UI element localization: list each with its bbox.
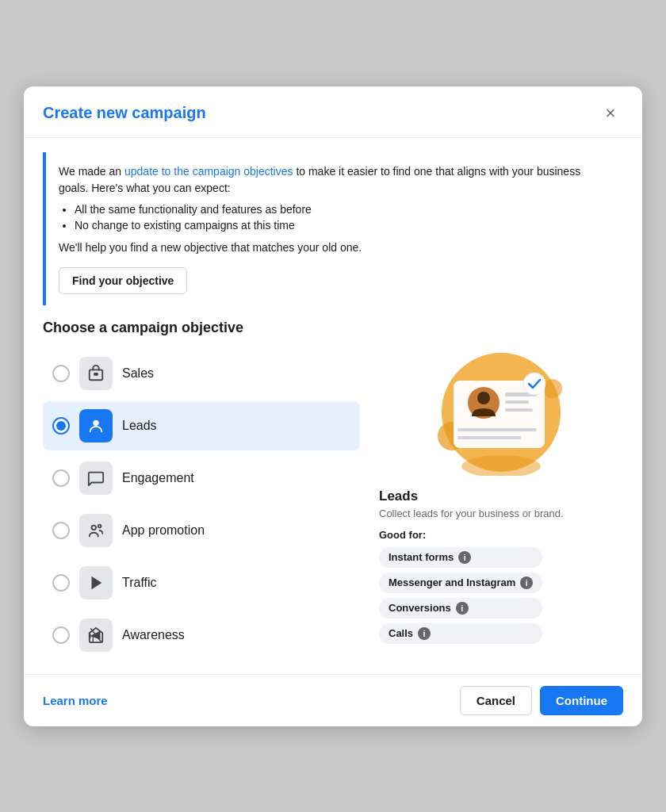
svg-rect-16 bbox=[457, 436, 521, 439]
leads-icon bbox=[79, 409, 113, 442]
leads-label: Leads bbox=[122, 419, 157, 433]
radio-app-promotion bbox=[52, 522, 70, 539]
traffic-label: Traffic bbox=[122, 576, 157, 590]
detail-area: Leads Collect leads for your business or… bbox=[360, 349, 623, 660]
content-area: Sales Leads Engag bbox=[24, 349, 642, 668]
radio-awareness bbox=[52, 626, 70, 644]
modal-header: Create new campaign × bbox=[24, 86, 642, 138]
learn-more-link[interactable]: Learn more bbox=[43, 694, 108, 707]
objective-item-traffic[interactable]: Traffic bbox=[43, 558, 360, 607]
objective-item-awareness[interactable]: Awareness bbox=[43, 611, 360, 660]
sales-icon bbox=[79, 357, 113, 390]
tag-messenger-instagram: Messenger and Instagram i bbox=[379, 573, 542, 593]
awareness-icon bbox=[79, 619, 113, 652]
continue-button[interactable]: Continue bbox=[540, 686, 623, 715]
info-icon-messenger[interactable]: i bbox=[520, 576, 533, 589]
objective-item-leads[interactable]: Leads bbox=[43, 401, 360, 450]
tag-conversions: Conversions i bbox=[379, 598, 542, 619]
objective-item-sales[interactable]: Sales bbox=[43, 349, 360, 398]
info-icon-conversions[interactable]: i bbox=[456, 602, 469, 615]
footer-buttons: Cancel Continue bbox=[460, 686, 623, 715]
app-promotion-icon bbox=[79, 514, 113, 547]
engagement-icon bbox=[79, 462, 113, 495]
notice-link[interactable]: update to the campaign objectives bbox=[124, 165, 293, 178]
radio-traffic bbox=[52, 574, 70, 592]
notice-box: We made an update to the campaign object… bbox=[43, 152, 623, 305]
notice-bullet-1: All the same functionality and features … bbox=[75, 203, 610, 216]
tag-instant-forms: Instant forms i bbox=[379, 547, 542, 568]
tag-calls: Calls i bbox=[379, 623, 542, 644]
objective-item-app-promotion[interactable]: App promotion bbox=[43, 506, 360, 555]
tags-container: Instant forms i Messenger and Instagram … bbox=[379, 547, 542, 644]
svg-point-3 bbox=[92, 525, 97, 530]
close-button[interactable]: × bbox=[598, 101, 623, 126]
svg-rect-15 bbox=[457, 428, 537, 431]
detail-description: Collect leads for your business or brand… bbox=[379, 508, 564, 519]
good-for-label: Good for: bbox=[379, 529, 426, 541]
notice-list: All the same functionality and features … bbox=[59, 203, 610, 232]
svg-rect-13 bbox=[505, 400, 529, 404]
create-campaign-modal: Create new campaign × We made an update … bbox=[24, 86, 642, 726]
sales-label: Sales bbox=[122, 366, 154, 381]
traffic-icon bbox=[79, 566, 113, 599]
info-icon-calls[interactable]: i bbox=[418, 627, 431, 640]
leads-illustration bbox=[430, 349, 572, 476]
svg-point-17 bbox=[523, 373, 545, 395]
detail-title: Leads bbox=[379, 488, 418, 504]
notice-text: We made an update to the campaign object… bbox=[59, 163, 610, 197]
notice-bullet-2: No change to existing campaigns at this … bbox=[75, 219, 610, 232]
radio-sales bbox=[52, 365, 70, 382]
objective-list: Sales Leads Engag bbox=[43, 349, 360, 660]
svg-point-4 bbox=[98, 524, 101, 527]
engagement-label: Engagement bbox=[122, 471, 194, 485]
cancel-button[interactable]: Cancel bbox=[460, 686, 532, 715]
svg-point-8 bbox=[543, 379, 562, 398]
radio-engagement bbox=[52, 469, 70, 487]
info-icon-instant-forms[interactable]: i bbox=[458, 551, 471, 564]
svg-point-2 bbox=[93, 419, 98, 425]
svg-marker-5 bbox=[92, 576, 102, 589]
find-objective-button[interactable]: Find your objective bbox=[59, 267, 187, 294]
app-promotion-label: App promotion bbox=[122, 523, 205, 538]
svg-point-11 bbox=[477, 392, 490, 404]
section-title: Choose a campaign objective bbox=[24, 320, 642, 349]
notice-footer-text: We'll help you find a new objective that… bbox=[59, 239, 610, 256]
modal-title: Create new campaign bbox=[43, 104, 206, 122]
awareness-label: Awareness bbox=[122, 628, 185, 642]
svg-rect-14 bbox=[505, 408, 533, 412]
modal-footer: Learn more Cancel Continue bbox=[24, 674, 642, 726]
svg-rect-1 bbox=[94, 373, 98, 376]
radio-leads bbox=[52, 417, 70, 435]
objective-item-engagement[interactable]: Engagement bbox=[43, 454, 360, 503]
